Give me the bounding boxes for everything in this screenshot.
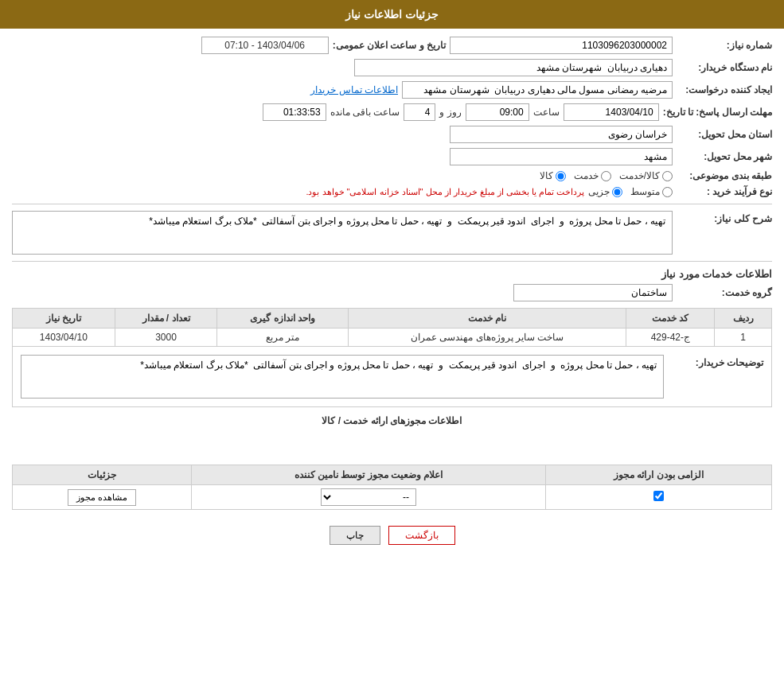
perm-required-cell bbox=[546, 485, 772, 510]
buyer-org-label: نام دستگاه خریدار: bbox=[677, 62, 772, 73]
deadline-time-label: ساعت bbox=[533, 107, 560, 118]
category-radio-group: کالا/خدمت خدمت کالا bbox=[540, 170, 673, 181]
category-option-khedmat[interactable]: خدمت bbox=[574, 170, 611, 181]
need-description-label: شرح کلی نیاز: bbox=[677, 211, 772, 224]
requester-label: ایجاد کننده درخواست: bbox=[677, 84, 772, 95]
cell-unit-1: متر مربع bbox=[217, 329, 349, 347]
province-label: استان محل تحویل: bbox=[677, 129, 772, 140]
buyer-notes-textarea[interactable]: تهیه ، حمل تا محل پروژه و اجرای اندود قی… bbox=[21, 355, 664, 399]
services-section-title: اطلاعات خدمات مورد نیاز bbox=[12, 268, 772, 280]
service-group-input[interactable] bbox=[513, 284, 673, 301]
city-input[interactable] bbox=[450, 148, 673, 165]
bottom-buttons: بازگشت چاپ bbox=[12, 526, 772, 545]
buyer-notes-row-in-table: توضیحات خریدار: تهیه ، حمل تا محل پروژه … bbox=[13, 347, 772, 407]
perm-status-cell: -- bbox=[192, 485, 546, 510]
need-number-label: شماره نیاز: bbox=[677, 40, 772, 51]
announcement-label: تاریخ و ساعت اعلان عمومی: bbox=[333, 40, 446, 51]
col-header-row: ردیف bbox=[715, 309, 772, 329]
province-input[interactable] bbox=[450, 126, 673, 143]
table-row: 1 ج-42-429 ساخت سایر پروژه‌های مهندسی عم… bbox=[13, 329, 772, 347]
cell-qty-1: 3000 bbox=[115, 329, 217, 347]
purchase-type-label: نوع فرآیند خرید : bbox=[677, 186, 772, 197]
perm-details-cell: مشاهده مجوز bbox=[13, 485, 192, 510]
perm-status-select[interactable]: -- bbox=[321, 488, 416, 506]
deadline-remaining-label: ساعت باقی مانده bbox=[330, 107, 400, 118]
buyer-contact-link[interactable]: اطلاعات تماس خریدار bbox=[310, 84, 398, 95]
services-table: ردیف کد خدمت نام خدمت واحد اندازه گیری ت… bbox=[12, 308, 772, 407]
category-radio-kala-khedmat[interactable] bbox=[662, 171, 673, 181]
deadline-date-input[interactable] bbox=[564, 103, 659, 121]
category-label-kala: کالا bbox=[540, 170, 553, 181]
col-header-code: کد خدمت bbox=[626, 309, 715, 329]
need-number-input[interactable] bbox=[450, 37, 673, 54]
col-header-unit: واحد اندازه گیری bbox=[217, 309, 349, 329]
view-permit-button[interactable]: مشاهده مجوز bbox=[68, 489, 136, 506]
purchase-type-radio-partial[interactable] bbox=[612, 187, 622, 197]
cell-name-1: ساخت سایر پروژه‌های مهندسی عمران bbox=[348, 329, 626, 347]
deadline-time-input[interactable] bbox=[466, 103, 529, 121]
deadline-days-input[interactable] bbox=[404, 103, 435, 121]
category-option-kala[interactable]: کالا bbox=[540, 170, 566, 181]
category-label-khedmat: خدمت bbox=[574, 170, 599, 181]
cell-date-1: 1403/04/10 bbox=[13, 329, 115, 347]
category-label-kala-khedmat: کالا/خدمت bbox=[619, 170, 660, 181]
category-label: طبقه بندی موضوعی: bbox=[677, 170, 772, 181]
city-label: شهر محل تحویل: bbox=[677, 151, 772, 162]
purchase-type-option-medium[interactable]: متوسط bbox=[630, 186, 673, 197]
permissions-section-header: اطلاعات مجوزهای ارائه خدمت / کالا bbox=[12, 415, 772, 426]
back-button[interactable]: بازگشت bbox=[388, 526, 455, 545]
col-header-qty: تعداد / مقدار bbox=[115, 309, 217, 329]
col-header-name: نام خدمت bbox=[348, 309, 626, 329]
category-radio-kala[interactable] bbox=[556, 171, 566, 181]
perm-col-status: اعلام وضعیت مجوز توسط نامین کننده bbox=[192, 465, 546, 485]
permissions-table-container: الزامی بودن ارائه مجوز اعلام وضعیت مجوز … bbox=[12, 465, 772, 510]
perm-col-required: الزامی بودن ارائه مجوز bbox=[546, 465, 772, 485]
permissions-table: الزامی بودن ارائه مجوز اعلام وضعیت مجوز … bbox=[12, 465, 772, 510]
perm-col-details: جزئیات bbox=[13, 465, 192, 485]
perm-required-checkbox[interactable] bbox=[653, 491, 664, 501]
purchase-notice: پرداخت تمام یا بخشی از مبلغ خریدار از مح… bbox=[306, 187, 584, 197]
response-deadline-label: مهلت ارسال پاسخ: تا تاریخ: bbox=[663, 107, 772, 118]
deadline-days-label: روز و bbox=[439, 107, 461, 118]
cell-row-1: 1 bbox=[715, 329, 772, 347]
buyer-org-input[interactable] bbox=[354, 59, 673, 76]
page-title: جزئیات اطلاعات نیاز bbox=[345, 8, 439, 21]
purchase-type-radio-medium[interactable] bbox=[662, 187, 673, 197]
service-group-label: گروه خدمت: bbox=[677, 287, 772, 298]
announcement-value: 1403/04/06 - 07:10 bbox=[201, 37, 329, 54]
buyer-notes-label: توضیحات خریدار: bbox=[668, 355, 763, 368]
requester-input[interactable] bbox=[402, 81, 673, 99]
purchase-type-label-medium: متوسط bbox=[630, 186, 660, 197]
perm-table-row: -- مشاهده مجوز bbox=[13, 485, 772, 510]
services-table-container: ردیف کد خدمت نام خدمت واحد اندازه گیری ت… bbox=[12, 308, 772, 407]
cell-code-1: ج-42-429 bbox=[626, 329, 715, 347]
need-description-textarea[interactable]: تهیه ، حمل تا محل پروژه و اجرای اندود قی… bbox=[12, 211, 673, 255]
category-option-kala-khedmat[interactable]: کالا/خدمت bbox=[619, 170, 673, 181]
category-radio-khedmat[interactable] bbox=[601, 171, 611, 181]
col-header-date: تاریخ نیاز bbox=[13, 309, 115, 329]
purchase-type-option-partial[interactable]: جزیی bbox=[588, 186, 622, 197]
print-button[interactable]: چاپ bbox=[330, 526, 380, 545]
page-header: جزئیات اطلاعات نیاز bbox=[0, 0, 784, 29]
purchase-type-group: متوسط جزیی bbox=[588, 186, 673, 197]
deadline-remaining-input[interactable] bbox=[263, 103, 326, 121]
purchase-type-label-partial: جزیی bbox=[588, 186, 610, 197]
